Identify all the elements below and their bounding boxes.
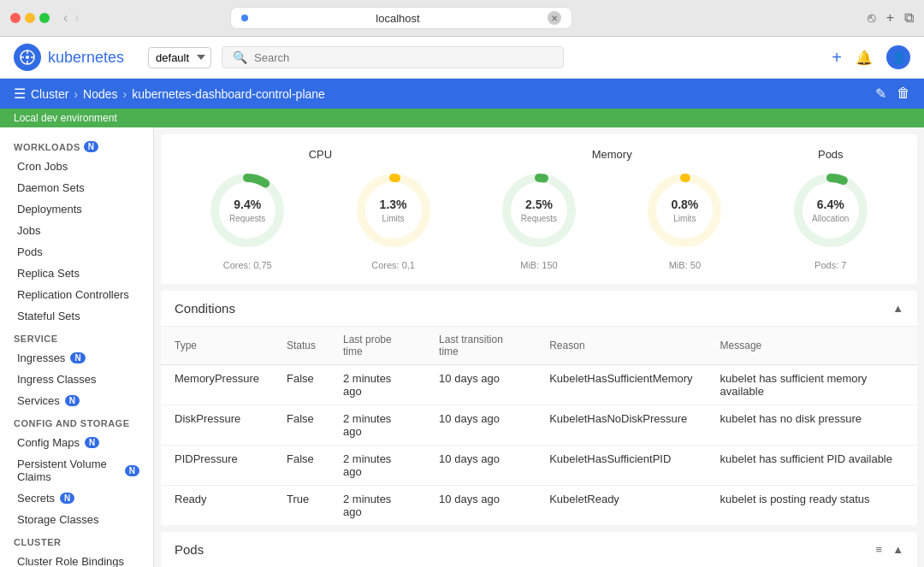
chart-item-1: 1.3% Limits Cores: 0,1	[351, 168, 436, 270]
browser-actions: ⎋ + ⧉	[868, 10, 914, 26]
close-dot[interactable]	[10, 13, 21, 23]
table-row: Ready True 2 minutes ago 10 days ago Kub…	[161, 486, 917, 526]
ingresses-badge: N	[70, 352, 85, 363]
cond-probe-2: 2 minutes ago	[329, 446, 425, 486]
sidebar-item-services[interactable]: Services N	[0, 390, 153, 411]
donut-label-4: 6.4% Allocation	[812, 198, 849, 224]
donut-sub-2: Requests	[521, 214, 557, 223]
chart-item-4: 6.4% Allocation Pods: 7	[788, 168, 874, 270]
cond-probe-1: 2 minutes ago	[329, 405, 425, 446]
table-row: PIDPressure False 2 minutes ago 10 days …	[161, 446, 917, 486]
pods-title: Pods	[758, 148, 903, 161]
config-section-title: Config and Storage	[0, 411, 153, 432]
conditions-section: Conditions ▲ Type Status Last probe time…	[161, 291, 917, 525]
sidebar-item-pvc[interactable]: Persistent Volume Claims N	[0, 453, 153, 487]
chart-sub-1: Cores: 0,1	[371, 260, 415, 270]
delete-icon[interactable]: 🗑	[897, 86, 910, 102]
sidebar: Workloads N Cron Jobs Daemon Sets Deploy…	[0, 127, 154, 567]
breadcrumb-cluster[interactable]: Cluster	[31, 87, 68, 101]
share-icon[interactable]: ⎋	[868, 10, 876, 26]
breadcrumb-bar: ☰ Cluster › Nodes › kubernetes-dashboard…	[0, 79, 924, 109]
donut-container-2: 2.5% Requests	[496, 168, 582, 253]
donut-container-1: 1.3% Limits	[351, 168, 436, 253]
donut-sub-0: Requests	[229, 214, 265, 223]
table-row: DiskPressure False 2 minutes ago 10 days…	[161, 405, 917, 446]
services-badge: N	[65, 395, 80, 406]
cond-type-0: MemoryPressure	[161, 365, 273, 405]
hamburger-icon[interactable]: ☰	[14, 86, 26, 102]
chart-item-3: 0.8% Limits MiB: 50	[642, 168, 727, 270]
donut-container-3: 0.8% Limits	[642, 168, 727, 253]
app-header: kubernetes default 🔍 + 🔔 👤	[0, 37, 924, 79]
breadcrumb-nodes[interactable]: Nodes	[83, 87, 117, 101]
content-area: CPU Memory Pods 9.4% Requests Cores: 0,7…	[154, 127, 924, 567]
add-button[interactable]: +	[832, 48, 842, 68]
maximize-dot[interactable]	[39, 13, 50, 23]
pods-collapse-icon[interactable]: ▲	[892, 543, 903, 556]
forward-button[interactable]: ›	[74, 10, 79, 26]
sidebar-item-ingress-classes[interactable]: Ingress Classes	[0, 369, 153, 390]
sidebar-item-cron-jobs[interactable]: Cron Jobs	[0, 156, 153, 177]
donut-container-4: 6.4% Allocation	[788, 168, 874, 253]
notifications-icon[interactable]: 🔔	[856, 50, 873, 66]
sidebar-item-storage-classes[interactable]: Storage Classes	[0, 509, 153, 530]
charts-row: 9.4% Requests Cores: 0,75 1.3% Limits Co…	[175, 168, 903, 270]
sidebar-item-pods[interactable]: Pods	[0, 241, 153, 263]
col-type: Type	[161, 327, 273, 365]
sidebar-item-replica-sets[interactable]: Replica Sets	[0, 263, 153, 284]
cond-status-0: False	[273, 365, 329, 405]
sidebar-item-jobs[interactable]: Jobs	[0, 220, 153, 241]
metrics-headers: CPU Memory Pods	[175, 148, 903, 161]
window-controls	[10, 13, 50, 23]
header-actions: + 🔔 👤	[832, 45, 910, 69]
cond-reason-3: KubeletReady	[536, 486, 706, 526]
pods-filter-icon[interactable]: ≡	[876, 543, 883, 556]
sidebar-item-ingresses[interactable]: Ingresses N	[0, 347, 153, 369]
duplicate-icon[interactable]: ⧉	[904, 10, 914, 26]
cond-probe-0: 2 minutes ago	[329, 365, 425, 405]
conditions-table-wrapper: Type Status Last probe time Last transit…	[161, 327, 917, 525]
sidebar-item-stateful-sets[interactable]: Stateful Sets	[0, 305, 153, 327]
back-button[interactable]: ‹	[63, 10, 68, 26]
url-text: localhost	[253, 12, 542, 25]
cond-transition-2: 10 days ago	[425, 446, 536, 486]
donut-sub-3: Limits	[673, 214, 696, 223]
sidebar-item-daemon-sets[interactable]: Daemon Sets	[0, 177, 153, 198]
cond-transition-3: 10 days ago	[425, 486, 536, 526]
cond-status-3: True	[273, 486, 329, 526]
col-transition-time: Last transition time	[425, 327, 536, 365]
namespace-select[interactable]: default	[148, 47, 211, 68]
donut-label-2: 2.5% Requests	[521, 198, 557, 224]
url-close-icon[interactable]: ✕	[548, 11, 561, 25]
secrets-badge: N	[60, 493, 74, 504]
donut-pct-0: 9.4%	[229, 198, 265, 211]
minimize-dot[interactable]	[25, 13, 35, 23]
cond-message-0: kubelet has sufficient memory available	[707, 365, 917, 405]
cond-type-3: Ready	[161, 486, 273, 526]
sidebar-item-config-maps[interactable]: Config Maps N	[0, 432, 153, 453]
url-bar[interactable]: localhost ✕	[230, 7, 572, 29]
sidebar-item-cluster-role-bindings[interactable]: Cluster Role Bindings	[0, 551, 153, 567]
pods-title: Pods	[175, 542, 204, 557]
search-input[interactable]	[254, 51, 553, 64]
cluster-section-title: Cluster	[0, 530, 153, 551]
config-maps-badge: N	[85, 437, 99, 448]
conditions-table: Type Status Last probe time Last transit…	[161, 327, 917, 525]
edit-icon[interactable]: ✎	[875, 86, 886, 102]
conditions-collapse-icon[interactable]: ▲	[892, 302, 903, 315]
env-label: Local dev environment	[14, 112, 117, 124]
breadcrumb-sep2: ›	[123, 87, 127, 101]
donut-pct-1: 1.3%	[380, 198, 407, 211]
col-message: Message	[707, 327, 917, 365]
user-avatar[interactable]: 👤	[886, 45, 910, 69]
cond-status-1: False	[273, 405, 329, 446]
conditions-title: Conditions	[175, 301, 235, 316]
cond-reason-0: KubeletHasSufficientMemory	[536, 365, 706, 405]
sidebar-item-deployments[interactable]: Deployments	[0, 198, 153, 220]
svg-point-1	[26, 56, 29, 59]
new-tab-icon[interactable]: +	[886, 10, 894, 26]
sidebar-item-replication-controllers[interactable]: Replication Controllers	[0, 284, 153, 305]
col-reason: Reason	[536, 327, 706, 365]
search-box: 🔍	[222, 46, 564, 68]
sidebar-item-secrets[interactable]: Secrets N	[0, 487, 153, 509]
